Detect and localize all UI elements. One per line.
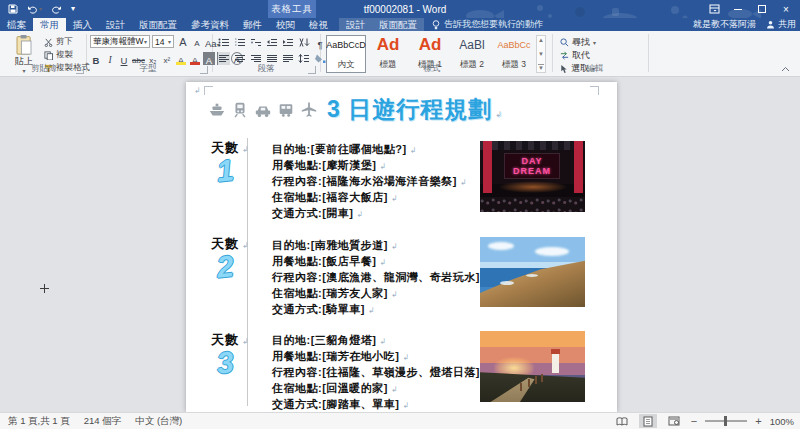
tab-page-layout[interactable]: 版面配置 (132, 18, 184, 31)
itinerary-line[interactable]: 行程內容:[澳底漁港、龍洞灣、奇岩玩水] (272, 270, 490, 286)
grow-font-button[interactable]: A (177, 35, 189, 48)
style-normal[interactable]: AaBbCcD 內文 (326, 35, 366, 73)
replace-button[interactable]: 取代 (560, 49, 590, 62)
tell-me-box[interactable]: 告訴我您想要執行的動作 (424, 18, 551, 31)
tab-table-design[interactable]: 設計 (339, 18, 372, 31)
account-area: 就是教不落阿湯 共用 (693, 18, 796, 31)
close-button[interactable]: × (774, 0, 798, 18)
zoom-slider[interactable] (705, 420, 747, 422)
zoom-level[interactable]: 100% (770, 416, 794, 427)
day-1-details[interactable]: 目的地:[要前往哪個地點?] 用餐地點:[摩斯漢堡] 行程內容:[福隆海水浴場海… (272, 142, 467, 222)
share-button[interactable]: 共用 (766, 18, 796, 31)
gallery-down-icon[interactable]: ▼ (538, 51, 544, 57)
photo-lighthouse[interactable] (480, 331, 585, 402)
clipboard-dialog-launcher[interactable] (76, 66, 84, 74)
ship-icon (208, 101, 226, 119)
character-shading-button[interactable]: A (203, 52, 215, 65)
read-mode-icon[interactable] (613, 414, 631, 428)
itinerary-line[interactable]: 行程內容:[往福隆、草嶺漫步、燈塔日落] (272, 365, 490, 381)
itinerary-line[interactable]: 用餐地點:[摩斯漢堡] (272, 158, 467, 174)
font-dialog-launcher[interactable] (200, 66, 208, 74)
day-number[interactable]: 1 (215, 153, 235, 189)
minimize-button[interactable] (726, 0, 750, 18)
tab-file[interactable]: 檔案 (0, 18, 33, 31)
itinerary-line[interactable]: 行程內容:[福隆海水浴場海洋音樂祭] (272, 174, 467, 190)
zoom-out-button[interactable]: − (691, 415, 697, 427)
itinerary-line[interactable]: 交通方式:[騎單車] (272, 302, 490, 318)
itinerary-line[interactable]: 住宿地點:[福容大飯店] (272, 190, 467, 206)
tab-insert[interactable]: 插入 (66, 18, 99, 31)
zoom-in-button[interactable]: + (755, 415, 761, 427)
itinerary-line[interactable]: 用餐地點:[瑞芳在地小吃] (272, 349, 490, 365)
show-formatting-marks-icon[interactable]: ¶ (314, 36, 326, 49)
language-indicator[interactable]: 中文 (台灣) (135, 415, 182, 428)
page-indicator[interactable]: 第 1 頁,共 1 頁 (8, 415, 70, 428)
copy-button[interactable]: 複製 (44, 49, 73, 61)
line-spacing-icon[interactable] (298, 52, 310, 65)
margin-corner-mark (590, 86, 599, 95)
undo-icon[interactable]: ▾ (27, 5, 42, 14)
itinerary-line[interactable]: 目的地:[要前往哪個地點?] (272, 142, 467, 158)
italic-button[interactable]: I (104, 52, 116, 65)
bold-button[interactable]: B (90, 52, 102, 65)
font-size-combo[interactable]: 14 ▾ (152, 35, 174, 48)
tab-table-layout[interactable]: 版面配置 (372, 18, 424, 31)
maximize-button[interactable] (750, 0, 774, 18)
decrease-indent-icon[interactable] (266, 36, 278, 49)
font-size-value: 14 (155, 37, 164, 47)
shrink-font-button[interactable]: A (191, 35, 203, 48)
print-layout-icon[interactable] (639, 414, 657, 428)
web-layout-icon[interactable] (665, 414, 683, 428)
tab-references[interactable]: 參考資料 (184, 18, 236, 31)
collapse-ribbon-icon[interactable] (781, 66, 790, 72)
day-2-details[interactable]: 目的地:[南雅地質步道] 用餐地點:[飯店早餐] 行程內容:[澳底漁港、龍洞灣、… (272, 238, 490, 318)
save-icon[interactable] (8, 4, 18, 14)
search-icon (560, 38, 569, 47)
font-color-button[interactable]: A (189, 52, 201, 65)
clipboard-icon (14, 34, 34, 55)
numbered-list-icon[interactable] (234, 36, 246, 49)
gallery-up-icon[interactable]: ▲ (538, 37, 544, 43)
day-number[interactable]: 2 (215, 249, 235, 285)
multilevel-list-icon[interactable] (250, 36, 262, 49)
day-number[interactable]: 3 (215, 345, 235, 381)
photo-coast[interactable] (480, 237, 585, 307)
tab-design[interactable]: 設計 (99, 18, 132, 31)
bullet-list-icon[interactable] (218, 36, 230, 49)
cut-button[interactable]: 剪下 (44, 36, 73, 48)
mouse-cursor (40, 284, 49, 293)
undo-caret-icon[interactable]: ▾ (39, 6, 42, 12)
itinerary-line[interactable]: 交通方式:[開車] (272, 206, 467, 222)
tab-view[interactable]: 檢視 (302, 18, 335, 31)
document-heading[interactable]: 3 日遊行程規劃 (208, 94, 503, 125)
qat-customize-caret-icon[interactable]: ▾ (71, 5, 75, 13)
zoom-slider-thumb[interactable] (724, 416, 727, 426)
style-heading-3[interactable]: AaBbCc 標題 3 (494, 35, 534, 73)
document-page[interactable]: ↲ 3 日遊行程規劃 天數 1 目的地:[要前往哪個地點?] 用餐地點:[摩斯漢… (186, 82, 617, 412)
car-icon (254, 101, 272, 119)
find-button[interactable]: 尋找 ▾ (560, 36, 596, 49)
itinerary-line[interactable]: 交通方式:[腳踏車、單車] (272, 397, 490, 413)
photo-concert[interactable]: DAY DREAM (480, 141, 585, 212)
window-controls: × (702, 0, 798, 18)
day-3-details[interactable]: 目的地:[三貂角燈塔] 用餐地點:[瑞芳在地小吃] 行程內容:[往福隆、草嶺漫步… (272, 333, 490, 413)
itinerary-line[interactable]: 住宿地點:[回溫暖的家] (272, 381, 490, 397)
paragraph-dialog-launcher[interactable] (308, 66, 316, 74)
itinerary-line[interactable]: 住宿地點:[瑞芳友人家] (272, 286, 490, 302)
align-left-icon[interactable] (218, 52, 230, 65)
increase-indent-icon[interactable] (282, 36, 294, 49)
ribbon-display-options-icon[interactable] (702, 0, 726, 18)
gallery-more-icon[interactable]: ▼ (538, 64, 544, 71)
itinerary-line[interactable]: 用餐地點:[飯店早餐] (272, 254, 490, 270)
tab-home[interactable]: 常用 (33, 18, 66, 31)
tab-mailings[interactable]: 郵件 (236, 18, 269, 31)
font-name-combo[interactable]: 華康海報體W ▾ (90, 35, 150, 48)
shading-icon[interactable] (314, 52, 326, 65)
itinerary-line[interactable]: 目的地:[南雅地質步道] (272, 238, 490, 254)
redo-icon[interactable] (51, 5, 62, 14)
tab-review[interactable]: 校閱 (269, 18, 302, 31)
sort-icon[interactable] (298, 36, 310, 49)
user-name[interactable]: 就是教不落阿湯 (693, 18, 756, 31)
word-count[interactable]: 214 個字 (84, 415, 122, 428)
itinerary-line[interactable]: 目的地:[三貂角燈塔] (272, 333, 490, 349)
